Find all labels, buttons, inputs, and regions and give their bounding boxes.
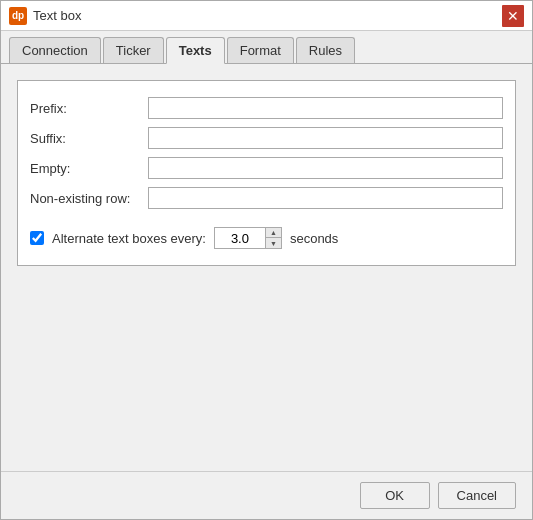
app-icon: dp (9, 7, 27, 25)
prefix-input[interactable] (148, 97, 503, 119)
spinner-up-button[interactable]: ▲ (265, 228, 281, 238)
empty-row: Empty: (30, 157, 503, 179)
ok-button[interactable]: OK (360, 482, 430, 509)
spinner-wrapper: ▲ ▼ (214, 227, 282, 249)
tab-texts[interactable]: Texts (166, 37, 225, 64)
main-window: dp Text box ✕ Connection Ticker Texts Fo… (0, 0, 533, 520)
spinner-buttons: ▲ ▼ (265, 228, 281, 248)
suffix-input[interactable] (148, 127, 503, 149)
tabs-bar: Connection Ticker Texts Format Rules (1, 31, 532, 64)
tab-rules[interactable]: Rules (296, 37, 355, 63)
form-section: Prefix: Suffix: Empty: Non-existing row: (17, 80, 516, 266)
prefix-row: Prefix: (30, 97, 503, 119)
spinner-input[interactable] (215, 228, 265, 248)
spinner-down-button[interactable]: ▼ (265, 238, 281, 248)
tab-format[interactable]: Format (227, 37, 294, 63)
prefix-label: Prefix: (30, 101, 140, 116)
suffix-row: Suffix: (30, 127, 503, 149)
nonexisting-row: Non-existing row: (30, 187, 503, 209)
footer: OK Cancel (1, 471, 532, 519)
content-area: Prefix: Suffix: Empty: Non-existing row: (1, 64, 532, 471)
seconds-label: seconds (290, 231, 338, 246)
alternate-row: Alternate text boxes every: ▲ ▼ seconds (30, 227, 503, 249)
window-title: Text box (33, 8, 81, 23)
suffix-label: Suffix: (30, 131, 140, 146)
alternate-label: Alternate text boxes every: (52, 231, 206, 246)
close-button[interactable]: ✕ (502, 5, 524, 27)
titlebar: dp Text box ✕ (1, 1, 532, 31)
alternate-checkbox[interactable] (30, 231, 44, 245)
nonexisting-label: Non-existing row: (30, 191, 140, 206)
tab-ticker[interactable]: Ticker (103, 37, 164, 63)
cancel-button[interactable]: Cancel (438, 482, 516, 509)
titlebar-left: dp Text box (9, 7, 81, 25)
tab-connection[interactable]: Connection (9, 37, 101, 63)
empty-label: Empty: (30, 161, 140, 176)
nonexisting-input[interactable] (148, 187, 503, 209)
empty-input[interactable] (148, 157, 503, 179)
